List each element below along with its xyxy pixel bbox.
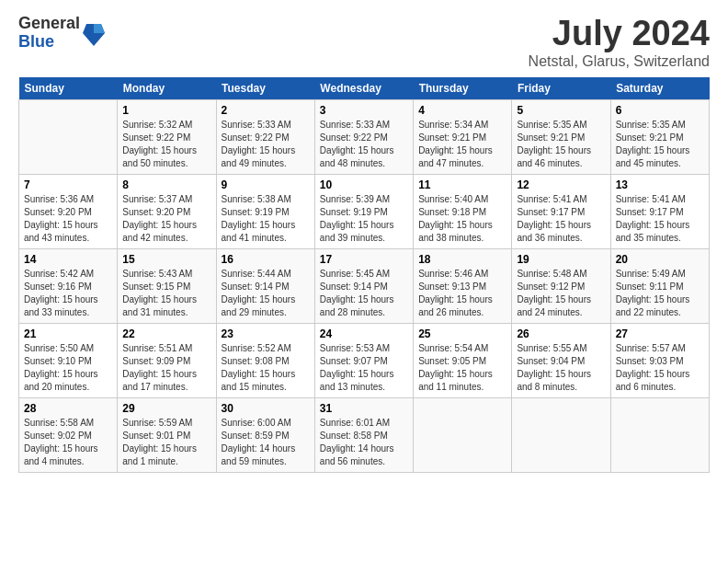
day-info: Sunrise: 5:38 AM Sunset: 9:19 PM Dayligh… [222, 193, 310, 245]
calendar-cell: 18Sunrise: 5:46 AM Sunset: 9:13 PM Dayli… [414, 248, 512, 323]
day-info: Sunrise: 5:36 AM Sunset: 9:20 PM Dayligh… [24, 193, 112, 245]
day-number: 27 [616, 327, 704, 340]
calendar-cell: 23Sunrise: 5:52 AM Sunset: 9:08 PM Dayli… [216, 323, 314, 397]
day-number: 7 [24, 178, 112, 191]
day-info: Sunrise: 5:41 AM Sunset: 9:17 PM Dayligh… [616, 193, 704, 245]
calendar-cell: 3Sunrise: 5:33 AM Sunset: 9:22 PM Daylig… [314, 99, 413, 174]
calendar-cell: 13Sunrise: 5:41 AM Sunset: 9:17 PM Dayli… [610, 174, 709, 248]
day-number: 15 [122, 253, 210, 266]
day-info: Sunrise: 5:37 AM Sunset: 9:20 PM Dayligh… [122, 193, 210, 245]
weekday-header-row: SundayMondayTuesdayWednesdayThursdayFrid… [19, 77, 710, 100]
day-number: 6 [616, 104, 704, 117]
day-info: Sunrise: 5:35 AM Sunset: 9:21 PM Dayligh… [517, 119, 605, 170]
day-info: Sunrise: 5:54 AM Sunset: 9:05 PM Dayligh… [418, 342, 506, 394]
calendar-cell: 29Sunrise: 5:59 AM Sunset: 9:01 PM Dayli… [118, 397, 216, 472]
day-number: 1 [122, 104, 210, 117]
day-number: 11 [418, 178, 506, 191]
calendar-cell [512, 397, 610, 472]
calendar-cell: 27Sunrise: 5:57 AM Sunset: 9:03 PM Dayli… [610, 323, 709, 397]
day-info: Sunrise: 5:53 AM Sunset: 9:07 PM Dayligh… [320, 342, 408, 394]
day-info: Sunrise: 5:45 AM Sunset: 9:14 PM Dayligh… [320, 268, 408, 319]
calendar-cell: 16Sunrise: 5:44 AM Sunset: 9:14 PM Dayli… [216, 248, 314, 323]
day-number: 4 [418, 104, 506, 117]
day-info: Sunrise: 5:43 AM Sunset: 9:15 PM Dayligh… [122, 268, 210, 319]
day-info: Sunrise: 5:42 AM Sunset: 9:16 PM Dayligh… [24, 268, 112, 319]
week-row-4: 21Sunrise: 5:50 AM Sunset: 9:10 PM Dayli… [19, 323, 710, 397]
calendar-table: SundayMondayTuesdayWednesdayThursdayFrid… [18, 77, 710, 473]
day-number: 31 [320, 402, 408, 415]
day-number: 16 [222, 253, 310, 266]
calendar-cell [610, 397, 709, 472]
calendar-cell: 20Sunrise: 5:49 AM Sunset: 9:11 PM Dayli… [610, 248, 709, 323]
calendar-cell: 14Sunrise: 5:42 AM Sunset: 9:16 PM Dayli… [19, 248, 118, 323]
day-info: Sunrise: 5:49 AM Sunset: 9:11 PM Dayligh… [616, 268, 704, 319]
calendar-cell: 22Sunrise: 5:51 AM Sunset: 9:09 PM Dayli… [118, 323, 216, 397]
day-number: 3 [320, 104, 408, 117]
day-number: 19 [517, 253, 605, 266]
calendar-cell: 5Sunrise: 5:35 AM Sunset: 9:21 PM Daylig… [512, 99, 610, 174]
calendar-cell: 30Sunrise: 6:00 AM Sunset: 8:59 PM Dayli… [216, 397, 314, 472]
day-number: 22 [122, 327, 210, 340]
week-row-1: 1Sunrise: 5:32 AM Sunset: 9:22 PM Daylig… [19, 99, 710, 174]
logo-text: General Blue [18, 15, 80, 52]
svg-marker-1 [94, 24, 105, 33]
weekday-header-friday: Friday [512, 77, 610, 100]
day-info: Sunrise: 5:41 AM Sunset: 9:17 PM Dayligh… [517, 193, 605, 245]
calendar-cell: 7Sunrise: 5:36 AM Sunset: 9:20 PM Daylig… [19, 174, 118, 248]
day-info: Sunrise: 5:48 AM Sunset: 9:12 PM Dayligh… [517, 268, 605, 319]
day-number: 18 [418, 253, 506, 266]
day-info: Sunrise: 6:00 AM Sunset: 8:59 PM Dayligh… [222, 417, 310, 468]
week-row-2: 7Sunrise: 5:36 AM Sunset: 9:20 PM Daylig… [19, 174, 710, 248]
calendar-cell: 26Sunrise: 5:55 AM Sunset: 9:04 PM Dayli… [512, 323, 610, 397]
main-title: July 2024 [529, 15, 710, 53]
week-row-5: 28Sunrise: 5:58 AM Sunset: 9:02 PM Dayli… [19, 397, 710, 472]
day-number: 25 [418, 327, 506, 340]
calendar-cell: 10Sunrise: 5:39 AM Sunset: 9:19 PM Dayli… [314, 174, 413, 248]
day-number: 13 [616, 178, 704, 191]
day-number: 29 [122, 402, 210, 415]
day-info: Sunrise: 5:40 AM Sunset: 9:18 PM Dayligh… [418, 193, 506, 245]
day-info: Sunrise: 5:59 AM Sunset: 9:01 PM Dayligh… [122, 417, 210, 468]
calendar-cell: 2Sunrise: 5:33 AM Sunset: 9:22 PM Daylig… [216, 99, 314, 174]
weekday-header-saturday: Saturday [610, 77, 709, 100]
header: General Blue July 2024 Netstal, Glarus, … [18, 15, 710, 70]
calendar-cell: 1Sunrise: 5:32 AM Sunset: 9:22 PM Daylig… [118, 99, 216, 174]
calendar-cell: 12Sunrise: 5:41 AM Sunset: 9:17 PM Dayli… [512, 174, 610, 248]
day-number: 9 [222, 178, 310, 191]
logo-blue: Blue [18, 33, 80, 52]
day-number: 21 [24, 327, 112, 340]
weekday-header-thursday: Thursday [414, 77, 512, 100]
day-info: Sunrise: 5:33 AM Sunset: 9:22 PM Dayligh… [222, 119, 310, 170]
day-number: 23 [222, 327, 310, 340]
day-number: 17 [320, 253, 408, 266]
day-info: Sunrise: 5:50 AM Sunset: 9:10 PM Dayligh… [24, 342, 112, 394]
title-block: July 2024 Netstal, Glarus, Switzerland [529, 15, 710, 70]
week-row-3: 14Sunrise: 5:42 AM Sunset: 9:16 PM Dayli… [19, 248, 710, 323]
day-info: Sunrise: 5:33 AM Sunset: 9:22 PM Dayligh… [320, 119, 408, 170]
weekday-header-monday: Monday [118, 77, 216, 100]
calendar-cell: 15Sunrise: 5:43 AM Sunset: 9:15 PM Dayli… [118, 248, 216, 323]
calendar-cell: 9Sunrise: 5:38 AM Sunset: 9:19 PM Daylig… [216, 174, 314, 248]
calendar-cell [19, 99, 118, 174]
weekday-header-tuesday: Tuesday [216, 77, 314, 100]
day-info: Sunrise: 6:01 AM Sunset: 8:58 PM Dayligh… [320, 417, 408, 468]
day-info: Sunrise: 5:39 AM Sunset: 9:19 PM Dayligh… [320, 193, 408, 245]
day-info: Sunrise: 5:52 AM Sunset: 9:08 PM Dayligh… [222, 342, 310, 394]
day-number: 12 [517, 178, 605, 191]
day-number: 2 [222, 104, 310, 117]
day-number: 28 [24, 402, 112, 415]
calendar-cell: 8Sunrise: 5:37 AM Sunset: 9:20 PM Daylig… [118, 174, 216, 248]
day-info: Sunrise: 5:55 AM Sunset: 9:04 PM Dayligh… [517, 342, 605, 394]
day-number: 14 [24, 253, 112, 266]
calendar-cell: 4Sunrise: 5:34 AM Sunset: 9:21 PM Daylig… [414, 99, 512, 174]
calendar-cell: 21Sunrise: 5:50 AM Sunset: 9:10 PM Dayli… [19, 323, 118, 397]
calendar-cell: 31Sunrise: 6:01 AM Sunset: 8:58 PM Dayli… [314, 397, 413, 472]
calendar-cell: 25Sunrise: 5:54 AM Sunset: 9:05 PM Dayli… [414, 323, 512, 397]
day-number: 24 [320, 327, 408, 340]
subtitle: Netstal, Glarus, Switzerland [529, 53, 710, 70]
day-info: Sunrise: 5:32 AM Sunset: 9:22 PM Dayligh… [122, 119, 210, 170]
calendar-cell: 6Sunrise: 5:35 AM Sunset: 9:21 PM Daylig… [610, 99, 709, 174]
day-info: Sunrise: 5:44 AM Sunset: 9:14 PM Dayligh… [222, 268, 310, 319]
logo: General Blue [18, 15, 105, 52]
calendar-cell: 11Sunrise: 5:40 AM Sunset: 9:18 PM Dayli… [414, 174, 512, 248]
